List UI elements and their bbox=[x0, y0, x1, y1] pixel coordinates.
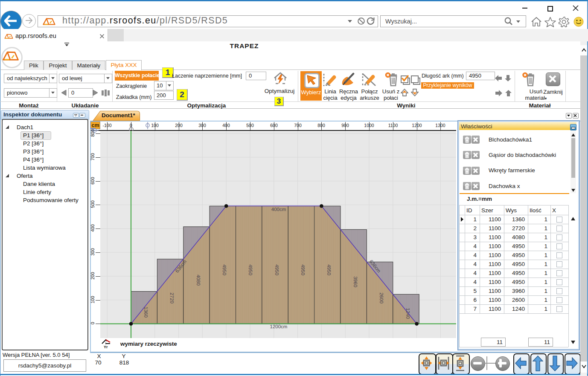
svg-text:3960: 3960 bbox=[353, 276, 358, 287]
svg-text:1360: 1360 bbox=[143, 307, 148, 318]
svg-text:4950: 4950 bbox=[222, 264, 227, 275]
svg-text:1240: 1240 bbox=[405, 308, 410, 319]
svg-text:2720: 2720 bbox=[169, 292, 175, 304]
svg-text:4950: 4950 bbox=[300, 264, 306, 275]
svg-text:2600: 2600 bbox=[379, 292, 384, 304]
svg-text:Yr: Yr bbox=[104, 345, 108, 349]
svg-text:4950: 4950 bbox=[274, 264, 279, 275]
svg-text:400cm: 400cm bbox=[271, 207, 286, 212]
svg-text:4950: 4950 bbox=[248, 264, 253, 275]
svg-text:4950: 4950 bbox=[326, 264, 332, 275]
svg-text:4080: 4080 bbox=[196, 275, 201, 286]
svg-text:1200cm: 1200cm bbox=[270, 324, 288, 329]
